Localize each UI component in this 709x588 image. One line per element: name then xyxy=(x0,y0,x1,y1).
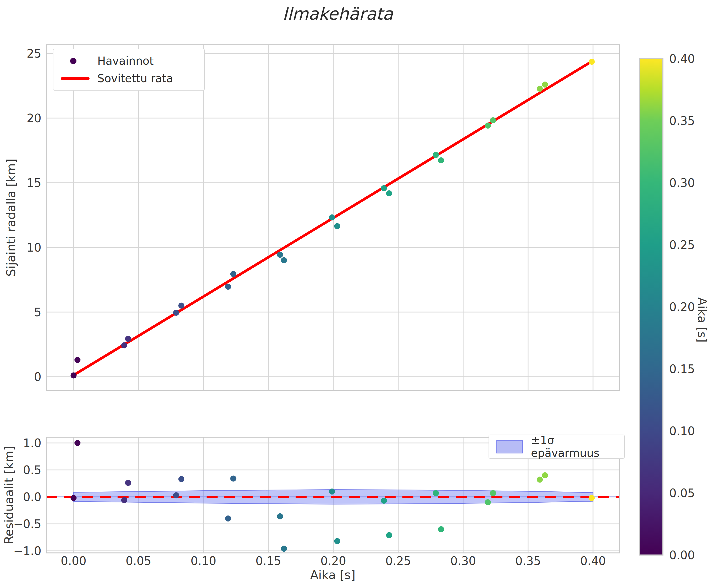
main-y-tick-label: 0 xyxy=(34,370,42,383)
scatter-point xyxy=(281,257,287,263)
scatter-point xyxy=(381,185,387,191)
legend-observations-label: Havainnot xyxy=(97,54,154,67)
main-y-tick-label: 20 xyxy=(27,111,42,125)
residual-point xyxy=(281,545,287,552)
scatter-point xyxy=(485,123,491,129)
x-tick-label: 0.35 xyxy=(515,554,541,568)
scatter-point xyxy=(225,284,231,290)
scatter-point xyxy=(433,152,439,158)
colorbar-tick-label: 0.00 xyxy=(669,549,695,562)
main-y-tick-label: 5 xyxy=(34,305,42,319)
scatter-point xyxy=(178,303,184,309)
colorbar xyxy=(639,59,663,555)
scatter-point xyxy=(334,223,340,229)
main-y-tick-label: 10 xyxy=(27,241,42,254)
scatter-point xyxy=(74,357,80,363)
residual-legend: ±1σ epävarmuus xyxy=(489,434,625,459)
main-y-axis-label: Sijainti radalla [km] xyxy=(4,159,18,277)
residual-point xyxy=(589,495,595,501)
x-tick-label: 0.00 xyxy=(61,554,86,568)
residual-y-tick-label: −1.0 xyxy=(14,544,42,558)
colorbar-tick-label: 0.20 xyxy=(669,300,695,314)
figure-canvas: Ilmakehärata 0.000.050.100.150.200.250.3… xyxy=(0,0,709,588)
colorbar-tick-label: 0.05 xyxy=(669,486,695,500)
scatter-point xyxy=(542,82,548,88)
residual-point xyxy=(125,480,131,486)
residual-point xyxy=(386,532,392,538)
x-tick-label: 0.20 xyxy=(320,554,346,568)
main-legend: Havainnot Sovitettu rata xyxy=(53,49,205,90)
scatter-point xyxy=(71,373,77,379)
residual-point xyxy=(329,488,335,495)
scatter-point xyxy=(230,271,236,277)
residual-point xyxy=(485,499,491,505)
residual-point xyxy=(537,477,543,483)
band-marker-icon xyxy=(496,440,523,453)
residual-y-axis-label: Residuaalit [km] xyxy=(2,446,16,544)
scatter-point xyxy=(537,86,543,91)
residual-point xyxy=(121,497,127,503)
legend-row-observations: Havainnot xyxy=(61,54,197,67)
legend-row-band: ±1σ epävarmuus xyxy=(496,434,617,459)
residual-point xyxy=(74,440,80,446)
residual-point xyxy=(438,526,444,532)
main-y-tick-label: 15 xyxy=(27,176,42,190)
x-axis-label: Aika [s] xyxy=(310,568,356,582)
colorbar-tick-label: 0.10 xyxy=(669,424,695,438)
residual-y-tick-label: 0.0 xyxy=(23,490,42,504)
colorbar-tick-label: 0.40 xyxy=(669,52,695,65)
colorbar-tick-label: 0.30 xyxy=(669,176,695,190)
scatter-point xyxy=(121,342,127,348)
scatter-point xyxy=(386,190,392,196)
residual-point xyxy=(178,476,184,482)
residual-point xyxy=(334,538,340,544)
residual-point xyxy=(490,490,496,496)
main-y-tick-label: 25 xyxy=(27,47,42,60)
x-tick-label: 0.25 xyxy=(386,554,411,568)
residual-point xyxy=(381,498,387,504)
residual-point xyxy=(433,490,439,496)
fit-line-marker-icon xyxy=(61,77,89,80)
x-tick-label: 0.15 xyxy=(256,554,281,568)
main-plot xyxy=(46,45,620,391)
scatter-point xyxy=(438,157,444,163)
legend-fit-label: Sovitettu rata xyxy=(97,72,173,85)
scatter-point xyxy=(490,117,496,123)
colorbar-tick-label: 0.25 xyxy=(669,238,695,251)
scatter-marker-icon xyxy=(70,58,76,64)
residual-y-tick-label: −0.5 xyxy=(14,517,42,531)
scatter-point xyxy=(277,252,283,258)
legend-row-fit: Sovitettu rata xyxy=(61,72,197,85)
colorbar-tick-label: 0.15 xyxy=(669,362,695,376)
residual-point xyxy=(71,495,77,501)
x-tick-label: 0.30 xyxy=(450,554,476,568)
scatter-point xyxy=(125,336,131,342)
scatter-point xyxy=(173,310,179,316)
residual-point xyxy=(173,492,179,498)
colorbar-tick-label: 0.35 xyxy=(669,114,695,128)
colorbar-label: Aika [s] xyxy=(695,297,709,343)
legend-band-label: ±1σ epävarmuus xyxy=(531,434,617,459)
residual-y-tick-label: 1.0 xyxy=(23,436,42,450)
x-tick-label: 0.10 xyxy=(191,554,216,568)
x-tick-label: 0.40 xyxy=(580,554,606,568)
scatter-point xyxy=(589,59,595,65)
residual-point xyxy=(542,472,548,478)
scatter-point xyxy=(329,214,335,220)
residual-y-tick-label: 0.5 xyxy=(23,463,42,477)
residual-point xyxy=(230,475,236,481)
x-tick-label: 0.05 xyxy=(126,554,151,568)
colorbar-gradient xyxy=(639,59,663,555)
residual-point xyxy=(277,513,283,519)
residual-point xyxy=(225,515,231,522)
